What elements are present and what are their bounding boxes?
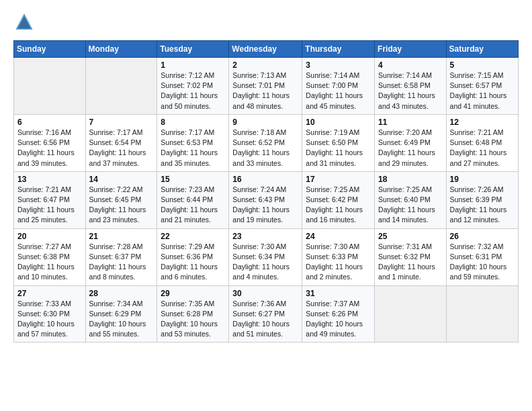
calendar-cell: 27Sunrise: 7:33 AM Sunset: 6:30 PM Dayli… [14,285,86,342]
day-info: Sunrise: 7:13 AM Sunset: 7:01 PM Dayligh… [232,71,298,111]
day-info: Sunrise: 7:25 AM Sunset: 6:42 PM Dayligh… [306,185,371,226]
day-info: Sunrise: 7:34 AM Sunset: 6:29 PM Dayligh… [89,299,154,340]
day-info: Sunrise: 7:18 AM Sunset: 6:52 PM Dayligh… [232,128,298,169]
day-info: Sunrise: 7:30 AM Sunset: 6:34 PM Dayligh… [232,242,298,283]
day-number: 6 [17,118,82,127]
calendar-cell: 17Sunrise: 7:25 AM Sunset: 6:42 PM Dayli… [302,171,375,228]
day-number: 29 [161,289,225,298]
weekday-header-thursday: Thursday [302,41,375,58]
weekday-header-wednesday: Wednesday [229,41,302,58]
calendar-cell: 12Sunrise: 7:21 AM Sunset: 6:48 PM Dayli… [446,114,518,171]
calendar-cell: 8Sunrise: 7:17 AM Sunset: 6:53 PM Daylig… [157,114,229,171]
calendar-cell: 11Sunrise: 7:20 AM Sunset: 6:49 PM Dayli… [375,114,447,171]
day-number: 12 [450,118,515,127]
day-info: Sunrise: 7:33 AM Sunset: 6:30 PM Dayligh… [17,299,82,340]
day-number: 9 [232,118,298,127]
calendar-week-5: 27Sunrise: 7:33 AM Sunset: 6:30 PM Dayli… [14,285,519,342]
day-info: Sunrise: 7:14 AM Sunset: 7:00 PM Dayligh… [306,71,371,111]
calendar-cell: 22Sunrise: 7:29 AM Sunset: 6:36 PM Dayli… [157,228,229,285]
calendar-cell: 25Sunrise: 7:31 AM Sunset: 6:32 PM Dayli… [375,228,447,285]
day-info: Sunrise: 7:22 AM Sunset: 6:45 PM Dayligh… [89,185,154,226]
calendar-cell: 1Sunrise: 7:12 AM Sunset: 7:02 PM Daylig… [157,58,229,115]
day-number: 31 [306,289,371,298]
day-number: 3 [306,60,371,70]
calendar-table: SundayMondayTuesdayWednesdayThursdayFrid… [13,40,519,342]
day-info: Sunrise: 7:21 AM Sunset: 6:48 PM Dayligh… [450,128,515,169]
day-number: 7 [89,118,154,127]
day-number: 18 [378,175,443,184]
calendar-cell: 26Sunrise: 7:32 AM Sunset: 6:31 PM Dayli… [446,228,518,285]
day-number: 13 [17,175,82,184]
calendar-week-3: 13Sunrise: 7:21 AM Sunset: 6:47 PM Dayli… [14,171,519,228]
calendar-cell: 16Sunrise: 7:24 AM Sunset: 6:43 PM Dayli… [229,171,302,228]
weekday-header-row: SundayMondayTuesdayWednesdayThursdayFrid… [14,41,519,58]
calendar-cell: 21Sunrise: 7:28 AM Sunset: 6:37 PM Dayli… [85,228,157,285]
day-number: 28 [89,289,154,298]
weekday-header-friday: Friday [375,41,447,58]
calendar-cell: 28Sunrise: 7:34 AM Sunset: 6:29 PM Dayli… [85,285,157,342]
weekday-header-saturday: Saturday [446,41,518,58]
day-info: Sunrise: 7:27 AM Sunset: 6:38 PM Dayligh… [17,242,82,283]
calendar-cell: 20Sunrise: 7:27 AM Sunset: 6:38 PM Dayli… [14,228,86,285]
calendar-cell: 3Sunrise: 7:14 AM Sunset: 7:00 PM Daylig… [302,58,375,115]
calendar-cell: 6Sunrise: 7:16 AM Sunset: 6:56 PM Daylig… [14,114,86,171]
weekday-header-sunday: Sunday [14,41,86,58]
calendar-cell: 7Sunrise: 7:17 AM Sunset: 6:54 PM Daylig… [85,114,157,171]
day-info: Sunrise: 7:14 AM Sunset: 6:58 PM Dayligh… [378,71,443,111]
weekday-header-monday: Monday [85,41,157,58]
day-number: 11 [378,118,443,127]
day-number: 16 [232,175,298,184]
day-number: 14 [89,175,154,184]
page: SundayMondayTuesdayWednesdayThursdayFrid… [0,0,532,411]
calendar-week-4: 20Sunrise: 7:27 AM Sunset: 6:38 PM Dayli… [14,228,519,285]
day-info: Sunrise: 7:24 AM Sunset: 6:43 PM Dayligh… [232,185,298,226]
calendar-cell: 31Sunrise: 7:37 AM Sunset: 6:26 PM Dayli… [302,285,375,342]
calendar-cell: 19Sunrise: 7:26 AM Sunset: 6:39 PM Dayli… [446,171,518,228]
calendar-cell: 10Sunrise: 7:19 AM Sunset: 6:50 PM Dayli… [302,114,375,171]
day-info: Sunrise: 7:17 AM Sunset: 6:54 PM Dayligh… [89,128,154,169]
day-info: Sunrise: 7:29 AM Sunset: 6:36 PM Dayligh… [161,242,225,283]
day-number: 26 [450,232,515,241]
day-info: Sunrise: 7:15 AM Sunset: 6:57 PM Dayligh… [450,71,515,111]
day-number: 20 [17,232,82,241]
day-number: 8 [161,118,225,127]
day-info: Sunrise: 7:32 AM Sunset: 6:31 PM Dayligh… [450,242,515,283]
calendar-cell: 5Sunrise: 7:15 AM Sunset: 6:57 PM Daylig… [446,58,518,115]
day-number: 25 [378,232,443,241]
day-info: Sunrise: 7:31 AM Sunset: 6:32 PM Dayligh… [378,242,443,283]
day-info: Sunrise: 7:19 AM Sunset: 6:50 PM Dayligh… [306,128,371,169]
day-info: Sunrise: 7:23 AM Sunset: 6:44 PM Dayligh… [161,185,225,226]
calendar-cell [375,285,447,342]
calendar-cell: 23Sunrise: 7:30 AM Sunset: 6:34 PM Dayli… [229,228,302,285]
calendar-week-2: 6Sunrise: 7:16 AM Sunset: 6:56 PM Daylig… [14,114,519,171]
calendar-cell: 14Sunrise: 7:22 AM Sunset: 6:45 PM Dayli… [85,171,157,228]
calendar-cell: 29Sunrise: 7:35 AM Sunset: 6:28 PM Dayli… [157,285,229,342]
calendar-cell: 4Sunrise: 7:14 AM Sunset: 6:58 PM Daylig… [375,58,447,115]
day-number: 10 [306,118,371,127]
day-info: Sunrise: 7:30 AM Sunset: 6:33 PM Dayligh… [306,242,371,283]
day-info: Sunrise: 7:25 AM Sunset: 6:40 PM Dayligh… [378,185,443,226]
day-number: 5 [450,60,515,70]
day-number: 19 [450,175,515,184]
calendar-cell: 18Sunrise: 7:25 AM Sunset: 6:40 PM Dayli… [375,171,447,228]
day-info: Sunrise: 7:26 AM Sunset: 6:39 PM Dayligh… [450,185,515,226]
calendar-cell [14,58,86,115]
day-number: 21 [89,232,154,241]
day-info: Sunrise: 7:36 AM Sunset: 6:27 PM Dayligh… [232,299,298,340]
day-number: 1 [161,60,225,70]
day-info: Sunrise: 7:17 AM Sunset: 6:53 PM Dayligh… [161,128,225,169]
day-number: 23 [232,232,298,241]
day-info: Sunrise: 7:16 AM Sunset: 6:56 PM Dayligh… [17,128,82,169]
calendar-week-1: 1Sunrise: 7:12 AM Sunset: 7:02 PM Daylig… [14,58,519,115]
day-info: Sunrise: 7:28 AM Sunset: 6:37 PM Dayligh… [89,242,154,283]
day-number: 22 [161,232,225,241]
day-info: Sunrise: 7:20 AM Sunset: 6:49 PM Dayligh… [378,128,443,169]
day-info: Sunrise: 7:12 AM Sunset: 7:02 PM Dayligh… [161,71,225,111]
day-number: 4 [378,60,443,70]
header [13,12,519,34]
day-number: 17 [306,175,371,184]
day-number: 15 [161,175,225,184]
calendar-cell [446,285,518,342]
calendar-cell: 13Sunrise: 7:21 AM Sunset: 6:47 PM Dayli… [14,171,86,228]
day-info: Sunrise: 7:35 AM Sunset: 6:28 PM Dayligh… [161,299,225,340]
